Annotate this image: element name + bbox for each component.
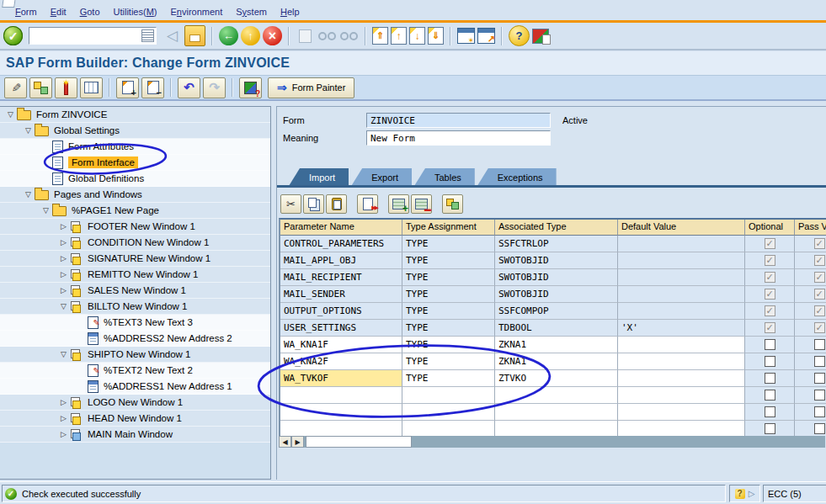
optional-checkbox[interactable]: [765, 238, 775, 249]
previous-page-icon[interactable]: [391, 27, 407, 45]
scroll-right-button[interactable]: ▶: [291, 436, 304, 448]
pass-checkbox[interactable]: [814, 423, 825, 434]
cell-associated[interactable]: ZKNA1: [495, 353, 618, 370]
cell-default[interactable]: [618, 353, 745, 370]
optional-checkbox[interactable]: [765, 339, 775, 350]
form-name-field[interactable]: ZINVOICE: [366, 113, 551, 128]
cell-parameter[interactable]: [280, 421, 402, 436]
tree-item[interactable]: %ADDRESS1 New Address 1: [0, 379, 270, 395]
tree-item[interactable]: ▽Form ZINVOICE: [0, 107, 270, 123]
optional-checkbox[interactable]: [765, 390, 775, 401]
cell-associated[interactable]: [495, 387, 618, 404]
cell-default[interactable]: [618, 303, 745, 320]
cell-associated[interactable]: SWOTOBJID: [495, 269, 618, 286]
tab-tables[interactable]: Tables: [414, 168, 475, 186]
graphic-settings-icon[interactable]: [239, 77, 262, 98]
find-next-icon[interactable]: [339, 26, 359, 45]
optional-checkbox[interactable]: [765, 305, 775, 316]
pass-checkbox[interactable]: [814, 322, 825, 333]
tree-item[interactable]: ▷LOGO New Window 1: [0, 395, 270, 411]
cell-parameter[interactable]: MAIL_APPL_OBJ: [280, 252, 402, 269]
tree-item[interactable]: Form Interface: [0, 155, 270, 171]
tab-exceptions[interactable]: Exceptions: [477, 168, 557, 186]
cell-type[interactable]: TYPE: [402, 337, 495, 353]
redo-icon[interactable]: [203, 77, 226, 98]
optional-checkbox[interactable]: [765, 406, 775, 417]
cell-parameter[interactable]: USER_SETTINGS: [280, 320, 402, 337]
optional-checkbox[interactable]: [765, 272, 775, 283]
pass-checkbox[interactable]: [814, 289, 825, 300]
cell-default[interactable]: [618, 421, 745, 436]
menu-item-environment[interactable]: Environment: [163, 5, 229, 19]
next-page-icon[interactable]: [409, 27, 425, 45]
cell-type[interactable]: TYPE: [402, 370, 495, 387]
customize-layout-icon[interactable]: [532, 29, 549, 44]
cell-parameter[interactable]: MAIL_SENDER: [280, 286, 402, 303]
expander-collapsed-icon[interactable]: ▷: [57, 286, 70, 294]
cell-parameter[interactable]: [280, 387, 402, 404]
cell-associated[interactable]: TDBOOL: [495, 320, 618, 337]
cell-type[interactable]: [402, 404, 495, 421]
pass-checkbox[interactable]: [814, 272, 825, 283]
cell-parameter[interactable]: CONTROL_PARAMETERS: [280, 236, 402, 252]
menu-item-goto[interactable]: Goto: [73, 5, 107, 19]
tree-item[interactable]: ▽Global Settings: [0, 123, 270, 139]
optional-checkbox[interactable]: [765, 356, 775, 367]
undo-icon[interactable]: [178, 77, 200, 98]
cell-type[interactable]: TYPE: [402, 269, 495, 286]
append-rows-icon[interactable]: [357, 194, 378, 214]
cell-associated[interactable]: ZTVKO: [495, 370, 618, 387]
tree-item[interactable]: ▷SALES New Window 1: [0, 283, 270, 299]
insert-row-icon[interactable]: [388, 194, 409, 214]
last-page-icon[interactable]: [428, 27, 444, 45]
cell-default[interactable]: [618, 404, 745, 421]
tree-item[interactable]: ▷HEAD New Window 1: [0, 411, 270, 427]
cell-associated[interactable]: SSFCTRLOP: [495, 236, 618, 252]
cell-parameter[interactable]: OUTPUT_OPTIONS: [280, 303, 402, 320]
tab-import[interactable]: Import: [289, 168, 349, 186]
expander-expanded-icon[interactable]: ▽: [22, 126, 35, 135]
cell-parameter[interactable]: WA_KNA2F: [280, 353, 402, 370]
tree-item[interactable]: %ADDRESS2 New Address 2: [0, 331, 270, 347]
tree-item[interactable]: ▽SHIPTO New Window 1: [0, 347, 270, 363]
scrollbar-thumb[interactable]: [306, 436, 412, 448]
copy-icon[interactable]: [303, 194, 324, 214]
optional-checkbox[interactable]: [765, 289, 775, 300]
structure-icon[interactable]: [29, 77, 52, 98]
optional-checkbox[interactable]: [765, 255, 775, 266]
expander-collapsed-icon[interactable]: ▷: [57, 398, 70, 406]
cell-type[interactable]: TYPE: [402, 286, 495, 303]
expander-collapsed-icon[interactable]: ▷: [57, 238, 70, 247]
cell-default[interactable]: [618, 286, 745, 303]
expander-expanded-icon[interactable]: ▽: [57, 302, 70, 310]
nav-back-icon[interactable]: [219, 26, 238, 45]
cell-default[interactable]: [618, 337, 745, 353]
create-shortcut-icon[interactable]: [477, 28, 495, 44]
hierarchy-icon[interactable]: [442, 194, 463, 214]
cell-associated[interactable]: SWOTOBJID: [495, 252, 618, 269]
menu-item-help[interactable]: Help: [274, 5, 306, 19]
tree-item[interactable]: ▷FOOTER New Window 1: [0, 219, 270, 235]
cell-associated[interactable]: [495, 421, 618, 436]
pass-checkbox[interactable]: [814, 356, 825, 367]
expander-expanded-icon[interactable]: ▽: [22, 190, 35, 199]
cell-parameter[interactable]: [280, 404, 402, 421]
menu-item-edit[interactable]: Edit: [44, 5, 73, 19]
command-history-icon[interactable]: [141, 29, 154, 42]
scroll-left-button[interactable]: ◀: [279, 436, 291, 448]
menu-item-system[interactable]: System: [229, 5, 274, 19]
expander-expanded-icon[interactable]: ▽: [40, 206, 52, 215]
expander-collapsed-icon[interactable]: ▷: [57, 270, 70, 279]
cell-associated[interactable]: ZKNA1: [495, 337, 618, 353]
paste-icon[interactable]: [326, 194, 347, 214]
tree-item[interactable]: Global Definitions: [0, 171, 270, 187]
optional-checkbox[interactable]: [765, 423, 775, 434]
cell-default[interactable]: [618, 269, 745, 286]
pass-checkbox[interactable]: [814, 255, 825, 266]
first-page-icon[interactable]: [372, 27, 388, 45]
check-icon[interactable]: [55, 77, 77, 98]
enter-icon[interactable]: [3, 26, 23, 45]
cell-parameter[interactable]: WA_TVKOF: [280, 370, 402, 387]
cell-parameter[interactable]: WA_KNA1F: [280, 337, 402, 353]
back-icon[interactable]: [163, 26, 182, 45]
